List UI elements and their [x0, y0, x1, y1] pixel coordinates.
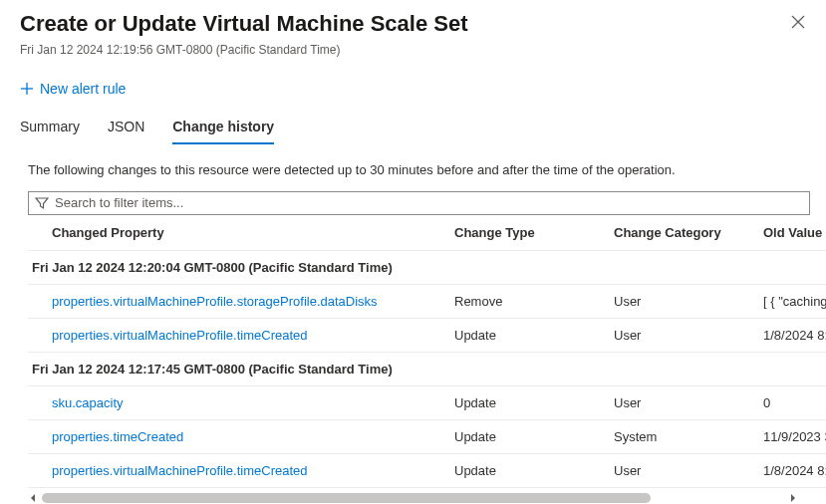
old-value-cell: [ { "caching": "None",	[755, 284, 826, 318]
change-type-cell: Remove	[446, 284, 606, 318]
property-link[interactable]: properties.virtualMachineProfile.timeCre…	[52, 328, 308, 343]
group-label: Fri Jan 12 2024 12:17:45 GMT-0800 (Pacif…	[28, 352, 826, 385]
col-changed-property[interactable]: Changed Property	[28, 215, 446, 251]
new-alert-label: New alert rule	[40, 81, 126, 97]
tab-change-history[interactable]: Change history	[172, 119, 274, 144]
info-text: The following changes to this resource w…	[0, 162, 826, 191]
property-link[interactable]: properties.virtualMachineProfile.storage…	[52, 294, 378, 309]
chevron-right-icon	[788, 493, 798, 503]
header: Create or Update Virtual Machine Scale S…	[0, 0, 826, 57]
change-category-cell: System	[606, 419, 755, 453]
change-type-cell: Update	[446, 318, 606, 352]
content: The following changes to this resource w…	[0, 144, 826, 504]
tab-json[interactable]: JSON	[108, 119, 144, 144]
search-input[interactable]	[55, 195, 803, 210]
col-change-type[interactable]: Change Type	[446, 215, 606, 251]
property-cell: sku.capacity	[28, 385, 446, 419]
table-container: Changed Property Change Type Change Cate…	[28, 215, 826, 488]
toolbar: New alert rule	[0, 57, 826, 99]
search-box[interactable]	[28, 191, 810, 215]
tab-summary[interactable]: Summary	[20, 119, 80, 144]
table-row: properties.timeCreatedUpdateSystem11/9/2…	[28, 419, 826, 453]
table-row: properties.virtualMachineProfile.storage…	[28, 284, 826, 318]
property-cell: properties.virtualMachineProfile.storage…	[28, 284, 446, 318]
property-cell: properties.timeCreated	[28, 419, 446, 453]
change-category-cell: User	[606, 453, 755, 487]
page-timestamp: Fri Jan 12 2024 12:19:56 GMT-0800 (Pacif…	[20, 43, 806, 57]
changes-table: Changed Property Change Type Change Cate…	[28, 215, 826, 488]
change-category-cell: User	[606, 318, 755, 352]
property-link[interactable]: properties.virtualMachineProfile.timeCre…	[52, 463, 308, 478]
property-link[interactable]: properties.timeCreated	[52, 429, 183, 444]
property-link[interactable]: sku.capacity	[52, 395, 124, 410]
old-value-cell: 0	[755, 385, 826, 419]
old-value-cell: 11/9/2023 3:44:42 PM	[755, 419, 826, 453]
tabs: Summary JSON Change history	[0, 99, 826, 144]
col-old-value[interactable]: Old Value	[755, 215, 826, 251]
change-type-cell: Update	[446, 419, 606, 453]
scrollbar-track[interactable]	[42, 493, 784, 503]
property-cell: properties.virtualMachineProfile.timeCre…	[28, 453, 446, 487]
col-change-category[interactable]: Change Category	[606, 215, 755, 251]
horizontal-scrollbar[interactable]	[0, 490, 826, 504]
table-row: sku.capacityUpdateUser0	[28, 385, 826, 419]
group-label: Fri Jan 12 2024 12:20:04 GMT-0800 (Pacif…	[28, 250, 826, 284]
page-title: Create or Update Virtual Machine Scale S…	[20, 10, 806, 39]
old-value-cell: 1/8/2024 8:52:58 PM	[755, 453, 826, 487]
plus-icon	[20, 82, 34, 96]
group-row: Fri Jan 12 2024 12:20:04 GMT-0800 (Pacif…	[28, 250, 826, 284]
close-icon	[791, 15, 805, 29]
change-type-cell: Update	[446, 453, 606, 487]
change-type-cell: Update	[446, 385, 606, 419]
scroll-right-button[interactable]	[788, 493, 798, 503]
table-row: properties.virtualMachineProfile.timeCre…	[28, 318, 826, 352]
property-cell: properties.virtualMachineProfile.timeCre…	[28, 318, 446, 352]
close-button[interactable]	[788, 12, 808, 32]
new-alert-rule-button[interactable]: New alert rule	[20, 81, 126, 97]
change-category-cell: User	[606, 385, 755, 419]
scroll-left-button[interactable]	[28, 493, 38, 503]
chevron-left-icon	[28, 493, 38, 503]
table-header-row: Changed Property Change Type Change Cate…	[28, 215, 826, 251]
old-value-cell: 1/8/2024 8:52:58 PM	[755, 318, 826, 352]
change-category-cell: User	[606, 284, 755, 318]
scrollbar-thumb[interactable]	[42, 493, 651, 503]
group-row: Fri Jan 12 2024 12:17:45 GMT-0800 (Pacif…	[28, 352, 826, 385]
table-row: properties.virtualMachineProfile.timeCre…	[28, 453, 826, 487]
filter-icon	[35, 196, 49, 210]
